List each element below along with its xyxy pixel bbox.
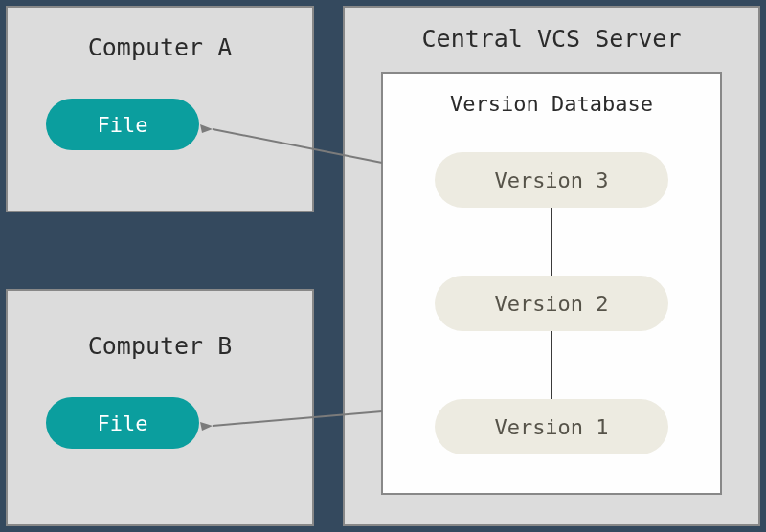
- computer-a-file-label: File: [98, 113, 148, 137]
- server-title: Central VCS Server: [422, 25, 682, 53]
- vcs-diagram: Computer A File Computer B File Central …: [0, 0, 766, 532]
- computer-a-panel: Computer A File: [7, 7, 313, 211]
- server-panel: Central VCS Server Version Database Vers…: [344, 7, 759, 525]
- version-database-panel: Version Database Version 3 Version 2 Ver…: [382, 73, 721, 494]
- version-1-label: Version 1: [494, 415, 608, 439]
- version-database-title: Version Database: [450, 92, 653, 116]
- version-3-label: Version 3: [494, 168, 608, 192]
- computer-a-title: Computer A: [88, 33, 233, 61]
- version-2-label: Version 2: [494, 292, 608, 316]
- computer-b-file-label: File: [98, 411, 148, 435]
- computer-b-panel: Computer B File: [7, 290, 313, 525]
- computer-b-title: Computer B: [88, 332, 233, 360]
